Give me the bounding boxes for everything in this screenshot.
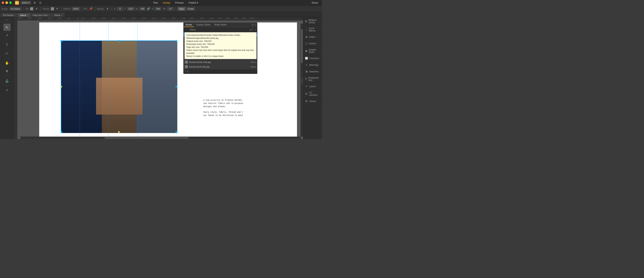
effects-value[interactable]: 100% xyxy=(72,7,80,11)
text-line-6: our hands to be delivered to meet xyxy=(203,114,255,117)
rotation-value[interactable]: 0° xyxy=(168,7,174,11)
tab-page-item-size-close[interactable]: × xyxy=(48,14,50,17)
text-tool[interactable]: T xyxy=(4,42,10,49)
nav-preview[interactable]: Preview xyxy=(173,1,186,5)
sidebar-library-label: Library xyxy=(309,100,316,102)
select-tool[interactable]: ↖ xyxy=(4,24,10,31)
minimize-button[interactable] xyxy=(6,2,8,4)
assets-add-btn[interactable]: + xyxy=(254,28,256,31)
sidebar-item-graphic-styles[interactable]: ◉ Graphic Styles xyxy=(303,47,322,55)
assets-tab-graphic-styles[interactable]: Graphic Styles xyxy=(194,23,212,27)
share-button[interactable]: Share xyxy=(309,1,320,5)
canvas-content[interactable]: a top priority at Frankie Holden. use na… xyxy=(17,21,303,139)
fill-swatch[interactable] xyxy=(30,7,33,11)
assets-list: 🖼 bio-photo.jpg About ↗ /Users/kelseyhol… xyxy=(184,32,257,69)
h-value[interactable]: 444 xyxy=(155,7,161,11)
center-handle[interactable] xyxy=(60,86,62,88)
sidebar-paragraph-styles-label: Paragraph Styl... xyxy=(308,77,320,81)
scrollbar-thumb-vertical[interactable] xyxy=(301,29,303,63)
pin-icon[interactable]: 📌 xyxy=(89,7,93,11)
align-button[interactable]: Align xyxy=(178,7,185,11)
assets-sort-icon[interactable]: ⇕ xyxy=(252,24,254,26)
stroke-swatch[interactable] xyxy=(51,7,54,11)
collapse-icon[interactable]: « xyxy=(6,19,6,21)
ruler-tick-900r: 900 xyxy=(234,17,237,21)
fill-dropdown-icon[interactable]: ▾ xyxy=(34,7,38,11)
toolbar-separator-1 xyxy=(23,7,24,11)
zoom-tool[interactable]: ⊕ xyxy=(4,67,10,75)
panel-info-icon[interactable]: ℹ xyxy=(187,70,188,73)
tab-fh-simple[interactable]: FH-Simple × xyxy=(1,13,18,17)
ruler-tick-100: 100 xyxy=(58,17,61,21)
resize-dropdown-icon[interactable]: ▾ xyxy=(106,7,110,11)
nav-publish[interactable]: Publish ▾ xyxy=(186,1,201,5)
rectangle-tool[interactable]: ▭ xyxy=(4,50,10,57)
stroke-dropdown-icon[interactable]: ▾ xyxy=(55,7,59,11)
close-button[interactable] xyxy=(2,2,4,4)
assets-sort-btn[interactable]: ▲▼ xyxy=(249,29,253,31)
anchor-tool[interactable]: ⚓ xyxy=(4,77,10,84)
ruler-tick-150: 150 xyxy=(48,17,51,21)
w-value[interactable]: 748 xyxy=(139,7,145,11)
ruler-tick-200: 200 xyxy=(38,17,41,21)
assets-expand-icon[interactable]: » xyxy=(254,24,256,26)
canvas-scrollbar-bottom[interactable] xyxy=(20,137,300,139)
text-style-tool[interactable]: T xyxy=(4,87,10,94)
canvas-photo[interactable] xyxy=(61,41,177,133)
sidebar-item-transform[interactable]: ⬜ Transform xyxy=(303,55,322,62)
sidebar-item-layers[interactable]: ≡ Layers xyxy=(303,83,322,90)
sidebar-item-widgets-library[interactable]: ⊞ Widgets Library xyxy=(303,17,322,26)
zoom-control[interactable]: 100% ▾ xyxy=(20,1,31,5)
handle-tm[interactable] xyxy=(118,40,120,42)
tooltip-original-size: Original asset size: 748x444 xyxy=(186,40,255,43)
nav-design[interactable]: Design xyxy=(160,1,173,5)
sidebar-item-library[interactable]: ⊞ Library xyxy=(303,98,322,105)
sidebar-collapse-toggle[interactable]: › xyxy=(300,78,303,84)
handle-tl[interactable] xyxy=(61,40,62,42)
handle-br[interactable] xyxy=(176,131,177,133)
widgets-library-icon: ⊞ xyxy=(305,20,307,23)
hand-tool[interactable]: ✋ xyxy=(4,59,10,67)
maximize-button[interactable] xyxy=(9,2,12,4)
handle-bl[interactable] xyxy=(61,131,62,133)
canvas-area[interactable]: 300 250 200 150 100 50 0 50 100 150 200 … xyxy=(14,17,303,139)
assets-tab-assets[interactable]: Assets xyxy=(184,23,194,27)
tooltip-status: Status: Asset may have been sized larger… xyxy=(186,49,255,55)
layout-icon[interactable]: ⊞ xyxy=(32,1,36,5)
handle-tr[interactable] xyxy=(176,40,177,42)
sidebar-item-warnings[interactable]: ⚠ Warnings xyxy=(303,62,322,68)
tab-about-close[interactable]: × xyxy=(27,14,28,17)
tab-page-item-size[interactable]: Page Item Size × xyxy=(30,13,52,17)
view-icon[interactable]: ⊟ xyxy=(38,1,42,5)
asset-row-brands-photo-tab[interactable]: 🖼 brands-photo-tab.jpg About xyxy=(184,65,257,69)
tab-about-2-close[interactable]: × xyxy=(61,14,62,17)
assets-tab-bullet-styles[interactable]: Bullet Styles xyxy=(212,23,229,27)
sidebar-item-scroll-effects[interactable]: ↕ Scroll Effects xyxy=(303,26,322,34)
sidebar-item-states[interactable]: ◈ States xyxy=(303,34,322,40)
tab-fh-simple-close[interactable]: × xyxy=(14,14,16,17)
states-value[interactable]: No States xyxy=(10,7,21,11)
sidebar-states-label: States xyxy=(309,36,316,38)
tool-sep-1 xyxy=(4,40,10,40)
direct-select-tool[interactable]: ↗ xyxy=(4,32,10,39)
tab-about-2[interactable]: About × xyxy=(52,13,64,17)
panel-help-icon[interactable]: ? xyxy=(185,70,186,73)
ruler-tick-800r: 800 xyxy=(226,17,229,21)
y-value[interactable]: 1517 xyxy=(127,7,134,11)
sidebar-item-cc-libraries[interactable]: ⊕ CC Libraries xyxy=(303,90,322,98)
sidebar-item-swatches[interactable]: ◑ Swatches xyxy=(303,68,322,75)
footer-button[interactable]: Footer xyxy=(187,7,195,11)
bottom-center-handle[interactable] xyxy=(118,131,120,133)
expand-icon[interactable]: » xyxy=(8,19,8,21)
tab-about[interactable]: About × xyxy=(18,13,30,17)
asset-row-brands-photo-mob[interactable]: 🖼 brands-photo-mob.jpg About xyxy=(184,60,257,65)
tool-sep-2 xyxy=(4,58,10,58)
handle-mr[interactable] xyxy=(176,86,177,87)
sidebar-item-assets[interactable]: ⬡ Assets xyxy=(303,40,322,47)
x-value[interactable]: 8 xyxy=(117,7,123,11)
scrollbar-thumb-horizontal[interactable] xyxy=(104,137,188,139)
constrain-icon[interactable]: 🔗 xyxy=(146,7,150,11)
nav-plan[interactable]: Plan xyxy=(151,1,160,5)
states-icon: ◈ xyxy=(305,35,308,39)
sidebar-item-paragraph-styles[interactable]: ¶ Paragraph Styl... xyxy=(303,75,322,83)
